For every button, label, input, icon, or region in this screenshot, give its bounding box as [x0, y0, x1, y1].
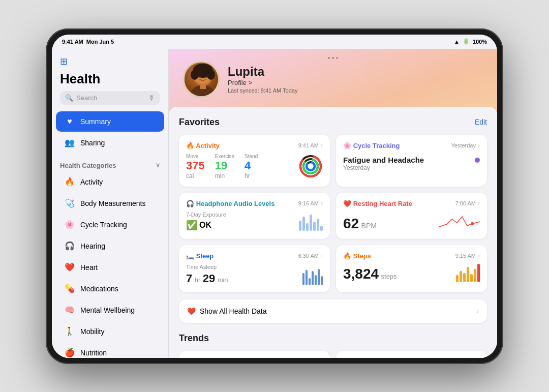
- sleep-card-icon: 🛏️: [186, 252, 194, 260]
- trend-card-walking-heart[interactable]: ❤️ Walking Heart Rate Average ›: [336, 351, 487, 358]
- bpm-value: 62: [343, 216, 359, 231]
- sleep-minutes: 29: [203, 272, 215, 285]
- activity-card[interactable]: 🔥 Activity 9:41 AM ›: [179, 135, 330, 187]
- sidebar-item-heart[interactable]: ❤️ Heart: [56, 257, 164, 278]
- steps-card-header: 🔥 Steps 9:15 AM ›: [343, 252, 480, 260]
- status-bar: 9:41 AM Mon Jun 5 ▲ 🔋 100%: [52, 35, 497, 49]
- headphone-card-time: 9:16 AM: [298, 200, 319, 206]
- medications-label: Medications: [80, 285, 118, 293]
- hearing-label: Hearing: [80, 242, 105, 250]
- steps-card[interactable]: 🔥 Steps 9:15 AM › 3,824: [336, 245, 487, 292]
- profile-info: Lupita Profile > Last synced: 9:41 AM To…: [228, 65, 297, 94]
- sidebar-item-mobility[interactable]: 🚶 Mobility: [56, 321, 164, 342]
- sleep-hr-unit: hr: [195, 276, 201, 284]
- sharing-icon: 👥: [64, 137, 75, 148]
- status-bar-right: ▲ 🔋 100%: [454, 38, 487, 45]
- heart-rate-card-title: ❤️ Resting Heart Rate: [343, 200, 412, 207]
- app-title: Health: [52, 71, 168, 91]
- cycle-tracking-icon: 🌸: [64, 219, 75, 230]
- move-stat: Move 375 cal: [186, 154, 205, 179]
- activity-card-icon: 🔥: [186, 142, 194, 149]
- sleep-card-time: 6:30 AM: [298, 253, 319, 259]
- bpm-unit: BPM: [361, 222, 377, 230]
- resting-heart-rate-card[interactable]: ❤️ Resting Heart Rate 7:00 AM ›: [336, 193, 487, 239]
- nutrition-label: Nutrition: [80, 349, 107, 357]
- trend-card-exercise[interactable]: Exercise Minutes ›: [179, 351, 330, 358]
- status-time: 9:41 AM: [62, 39, 83, 45]
- sidebar-item-nutrition[interactable]: 🍎 Nutrition: [56, 343, 164, 358]
- sidebar-item-cycle-tracking[interactable]: 🌸 Cycle Tracking: [56, 215, 164, 235]
- activity-chevron-icon: ›: [321, 142, 323, 149]
- steps-chevron-icon: ›: [478, 252, 480, 259]
- favorites-grid: 🔥 Activity 9:41 AM ›: [179, 135, 487, 292]
- sidebar-toggle-icon[interactable]: ⊞: [60, 56, 68, 67]
- heart-rate-mini-chart: [439, 212, 480, 232]
- headphone-chevron-icon: ›: [321, 200, 323, 207]
- exercise-stat: Exercise 19 min: [215, 154, 234, 179]
- sidebar-item-hearing[interactable]: 🎧 Hearing: [56, 236, 164, 256]
- avatar-face: [185, 63, 218, 96]
- cycle-tracking-card[interactable]: 🌸 Cycle Tracking Yesterday ›: [336, 135, 487, 187]
- svg-point-14: [307, 162, 315, 170]
- wifi-icon: ▲: [454, 39, 460, 45]
- mental-wellbeing-icon: 🧠: [64, 305, 75, 316]
- steps-value: 3,824: [343, 266, 379, 282]
- show-all-left: ❤️ Show All Health Data: [187, 307, 267, 315]
- sharing-label: Sharing: [80, 139, 105, 147]
- heart-rate-card-icon: ❤️: [343, 200, 351, 207]
- svg-rect-8: [200, 84, 206, 89]
- steps-card-time: 9:15 AM: [455, 253, 476, 259]
- steps-mini-chart: [456, 264, 480, 282]
- profile-avatar[interactable]: [183, 61, 220, 98]
- activity-card-header: 🔥 Activity 9:41 AM ›: [186, 142, 323, 149]
- sidebar-item-summary[interactable]: ♥ Summary: [56, 111, 164, 132]
- heart-rate-card-header: ❤️ Resting Heart Rate 7:00 AM ›: [343, 200, 480, 207]
- cycle-chevron-icon: ›: [478, 142, 480, 149]
- ok-icon: ✅: [186, 220, 197, 231]
- edit-button[interactable]: Edit: [475, 118, 487, 126]
- chevron-down-icon[interactable]: ∨: [156, 162, 160, 169]
- last-synced: Last synced: 9:41 AM Today: [228, 87, 297, 94]
- steps-card-icon: 🔥: [343, 252, 351, 260]
- sleep-hours: 7: [186, 272, 192, 285]
- search-icon: 🔍: [65, 94, 73, 102]
- battery-percent: 100%: [473, 39, 487, 45]
- sidebar-item-body-measurements[interactable]: 🩺 Body Measurements: [56, 193, 164, 214]
- cycle-card-title: 🌸 Cycle Tracking: [343, 142, 400, 149]
- sidebar-item-medications[interactable]: 💊 Medications: [56, 279, 164, 299]
- sidebar-item-sharing[interactable]: 👥 Sharing: [56, 133, 164, 153]
- show-all-label: Show All Health Data: [200, 307, 267, 315]
- trends-title: Trends: [179, 333, 487, 344]
- cycle-card-time: Yesterday: [451, 142, 476, 148]
- stand-stat: Stand 4 hr: [245, 154, 258, 179]
- search-bar[interactable]: 🔍 Search 🎙: [60, 91, 160, 105]
- headphone-card-header: 🎧 Headphone Audio Levels 9:16 AM ›: [186, 200, 323, 207]
- mental-wellbeing-label: Mental Wellbeing: [80, 306, 135, 314]
- sleep-mini-chart: [302, 267, 323, 285]
- svg-point-4: [191, 70, 199, 80]
- cycle-indicator-dot: [475, 158, 480, 163]
- mic-icon[interactable]: 🎙: [148, 94, 155, 102]
- steps-unit: steps: [381, 273, 397, 280]
- headphone-card[interactable]: 🎧 Headphone Audio Levels 9:16 AM ›: [179, 193, 330, 239]
- status-date: Mon Jun 5: [86, 39, 114, 45]
- status-bar-left: 9:41 AM Mon Jun 5: [62, 39, 114, 45]
- heart-icon: ❤️: [64, 262, 75, 273]
- sidebar-item-mental-wellbeing[interactable]: 🧠 Mental Wellbeing: [56, 300, 164, 320]
- sleep-card-title: 🛏️ Sleep: [186, 252, 214, 260]
- activity-ring: [298, 154, 323, 178]
- cycle-card-header: 🌸 Cycle Tracking Yesterday ›: [343, 142, 480, 149]
- device-frame: 9:41 AM Mon Jun 5 ▲ 🔋 100% ⊞ Health 🔍 Se…: [46, 28, 503, 364]
- sidebar-item-activity[interactable]: 🔥 Activity: [56, 172, 164, 192]
- hearing-icon: 🎧: [64, 240, 75, 252]
- activity-card-time: 9:41 AM: [298, 142, 319, 148]
- steps-card-title: 🔥 Steps: [343, 252, 371, 260]
- trend-cards-row: Exercise Minutes › ❤️ Walking Heart Rate…: [179, 351, 487, 358]
- heart-rate-chevron-icon: ›: [478, 200, 480, 207]
- sleep-card[interactable]: 🛏️ Sleep 6:30 AM › Time Aslee: [179, 245, 330, 292]
- main-content: Lupita Profile > Last synced: 9:41 AM To…: [169, 49, 497, 358]
- heart-label: Heart: [80, 263, 98, 272]
- show-all-health-data[interactable]: ❤️ Show All Health Data ›: [179, 299, 487, 323]
- show-all-heart-icon: ❤️: [187, 307, 196, 315]
- profile-link[interactable]: Profile >: [228, 79, 297, 86]
